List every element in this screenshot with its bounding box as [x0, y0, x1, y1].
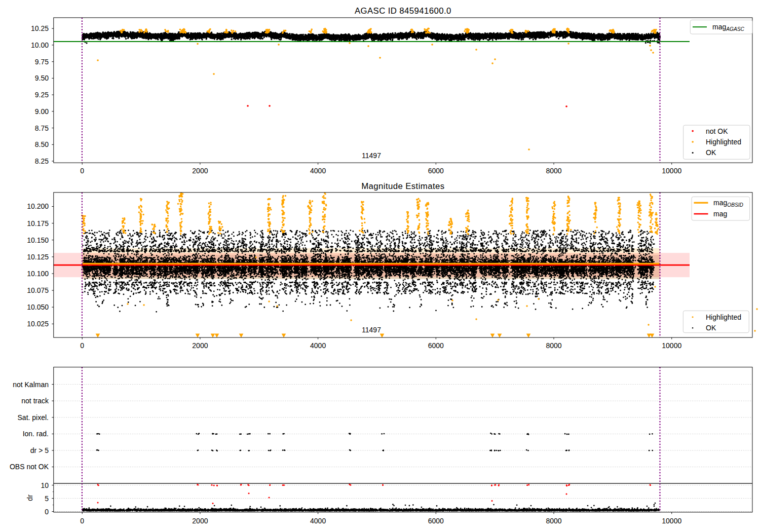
svg-text:dr > 5: dr > 5 — [30, 446, 49, 454]
svg-text:6000: 6000 — [428, 517, 444, 525]
svg-text:4000: 4000 — [310, 341, 326, 350]
svg-text:not Kalman: not Kalman — [13, 381, 49, 389]
svg-text:9.75: 9.75 — [35, 58, 49, 66]
svg-text:0: 0 — [45, 508, 49, 516]
svg-text:11497: 11497 — [362, 326, 381, 334]
svg-text:0: 0 — [80, 167, 84, 175]
svg-text:dr: dr — [26, 495, 34, 501]
svg-text:9.00: 9.00 — [35, 107, 49, 116]
svg-text:6000: 6000 — [428, 167, 444, 175]
svg-text:11497: 11497 — [362, 151, 381, 160]
svg-text:10.025: 10.025 — [27, 320, 49, 328]
svg-text:2000: 2000 — [192, 341, 208, 350]
svg-text:0: 0 — [80, 341, 84, 350]
svg-text:10.125: 10.125 — [27, 253, 49, 261]
svg-text:not track: not track — [21, 397, 49, 405]
svg-text:8000: 8000 — [546, 517, 561, 525]
svg-text:6000: 6000 — [428, 341, 444, 350]
svg-text:Sat. pixel.: Sat. pixel. — [18, 413, 49, 422]
svg-text:not OK: not OK — [706, 127, 728, 135]
svg-text:8000: 8000 — [546, 341, 561, 350]
svg-text:4000: 4000 — [310, 167, 326, 175]
svg-text:2000: 2000 — [192, 517, 208, 525]
svg-text:10.150: 10.150 — [27, 236, 49, 244]
svg-text:8.50: 8.50 — [35, 140, 49, 148]
svg-text:OK: OK — [706, 148, 716, 157]
svg-text:10: 10 — [41, 481, 49, 489]
svg-text:5: 5 — [45, 495, 49, 503]
svg-text:8000: 8000 — [546, 167, 561, 175]
svg-text:10.100: 10.100 — [27, 270, 49, 278]
svg-text:8.75: 8.75 — [35, 124, 49, 132]
svg-text:Highlighted: Highlighted — [706, 313, 741, 321]
svg-text:Highlighted: Highlighted — [706, 138, 741, 146]
svg-text:10.200: 10.200 — [27, 202, 49, 210]
svg-text:10.25: 10.25 — [31, 24, 49, 32]
svg-text:2000: 2000 — [192, 167, 208, 175]
svg-text:10000: 10000 — [662, 167, 681, 175]
svg-text:mag: mag — [713, 210, 727, 218]
svg-text:AGASC ID 845941600.0: AGASC ID 845941600.0 — [355, 6, 451, 16]
svg-text:10.175: 10.175 — [27, 219, 49, 227]
svg-text:9.50: 9.50 — [35, 74, 49, 82]
svg-text:10000: 10000 — [662, 517, 681, 525]
svg-text:10000: 10000 — [662, 341, 681, 350]
svg-text:OBS not OK: OBS not OK — [10, 463, 49, 471]
svg-text:9.25: 9.25 — [35, 91, 49, 99]
svg-text:4000: 4000 — [310, 517, 326, 525]
svg-text:10.050: 10.050 — [27, 303, 49, 311]
svg-text:OK: OK — [706, 324, 716, 332]
svg-text:Ion. rad.: Ion. rad. — [23, 430, 49, 438]
svg-text:10.075: 10.075 — [27, 286, 49, 294]
svg-text:10.00: 10.00 — [31, 41, 49, 49]
svg-text:8.25: 8.25 — [35, 157, 49, 165]
svg-text:Magnitude Estimates: Magnitude Estimates — [361, 181, 444, 191]
svg-text:0: 0 — [80, 517, 84, 525]
